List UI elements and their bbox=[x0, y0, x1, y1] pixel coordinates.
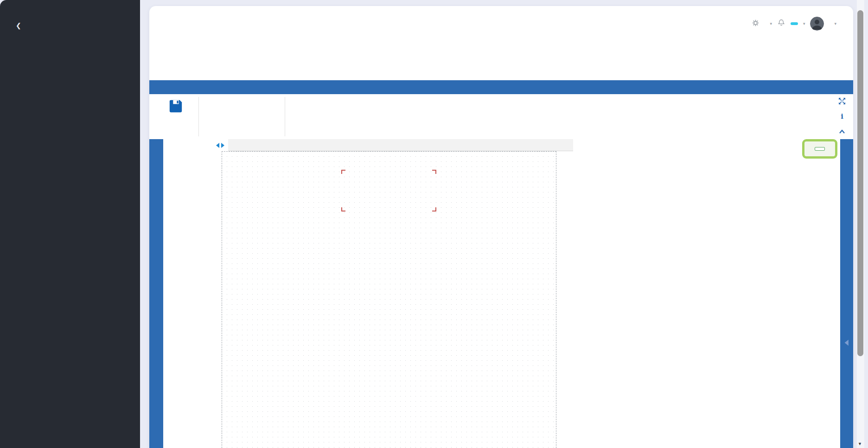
saved-indicator-highlight bbox=[802, 139, 837, 159]
group-divider bbox=[198, 97, 199, 136]
sidebar: ❮ bbox=[0, 0, 140, 448]
pages-group bbox=[203, 94, 285, 139]
chevron-down-icon[interactable]: ▾ bbox=[770, 21, 772, 26]
bell-icon[interactable] bbox=[777, 19, 785, 29]
designer-workspace bbox=[149, 139, 853, 448]
info-icon[interactable]: i bbox=[838, 112, 846, 121]
toolbox bbox=[149, 139, 163, 448]
notification-badge[interactable] bbox=[791, 22, 798, 25]
report-group bbox=[160, 94, 192, 139]
band-nav-arrows[interactable] bbox=[215, 142, 225, 150]
app-root: ❮ ▾ ▾ ▾ bbox=[0, 0, 868, 448]
selection-corner bbox=[432, 207, 436, 211]
text-object-issues-number[interactable] bbox=[341, 170, 436, 211]
gear-icon[interactable] bbox=[752, 19, 760, 29]
header-actions: ▾ ▾ ▾ bbox=[752, 17, 836, 31]
saved-status-badge bbox=[815, 147, 825, 151]
right-toolbar bbox=[840, 139, 853, 448]
collapse-panel-arrow[interactable] bbox=[842, 338, 852, 349]
chevron-left-icon: ❮ bbox=[16, 22, 21, 29]
designer-topbar bbox=[163, 139, 840, 151]
collapse-ribbon-icon[interactable] bbox=[838, 128, 846, 136]
selection-corner bbox=[341, 170, 345, 174]
pages-items bbox=[203, 94, 285, 97]
save-button[interactable] bbox=[168, 94, 183, 115]
svg-text:i: i bbox=[841, 112, 843, 121]
ribbon-tab-bar bbox=[149, 80, 853, 94]
selection-corner bbox=[341, 207, 345, 211]
designer-side-buttons: i bbox=[836, 97, 848, 136]
ribbon-content: i bbox=[149, 94, 853, 139]
page-scrollbar: ▼ bbox=[857, 0, 864, 448]
group-divider bbox=[285, 97, 285, 136]
fullscreen-icon[interactable] bbox=[838, 97, 846, 105]
band-headers bbox=[163, 151, 222, 448]
scrollbar-down-arrow[interactable]: ▼ bbox=[858, 442, 862, 446]
avatar[interactable] bbox=[810, 17, 824, 31]
scrollbar-thumb[interactable] bbox=[857, 10, 863, 356]
horizontal-ruler bbox=[228, 139, 573, 151]
chevron-down-icon[interactable]: ▾ bbox=[803, 21, 805, 26]
sidebar-toggle-menu[interactable]: ❮ bbox=[0, 14, 140, 37]
chevron-down-icon[interactable]: ▾ bbox=[834, 21, 836, 26]
selection-corner bbox=[432, 170, 436, 174]
report-page-canvas[interactable] bbox=[222, 151, 556, 448]
